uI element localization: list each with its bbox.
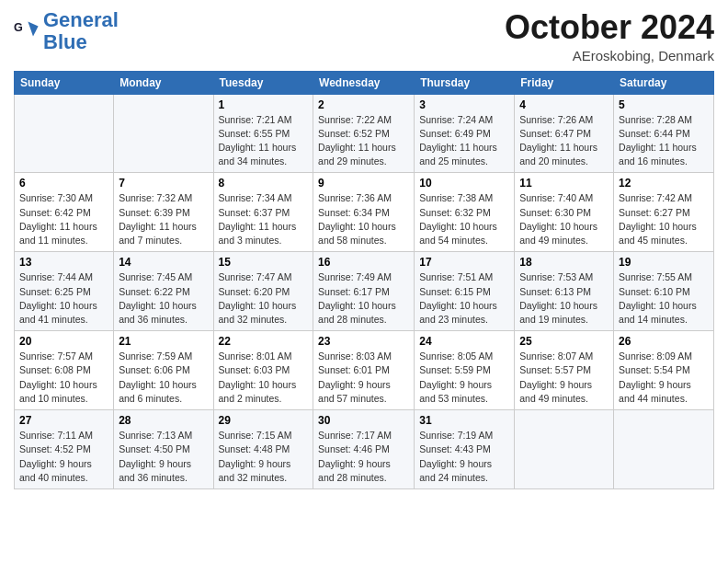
day-cell	[15, 94, 114, 173]
day-info: Sunrise: 7:45 AMSunset: 6:22 PMDaylight:…	[119, 270, 208, 327]
day-info: Sunrise: 7:55 AMSunset: 6:10 PMDaylight:…	[619, 270, 709, 327]
col-header-monday: Monday	[114, 71, 213, 94]
svg-text:G: G	[14, 21, 23, 34]
day-number: 21	[119, 335, 208, 348]
day-number: 25	[519, 335, 609, 348]
day-info: Sunrise: 7:26 AMSunset: 6:47 PMDaylight:…	[519, 113, 609, 169]
day-cell: 8Sunrise: 7:34 AMSunset: 6:37 PMDaylight…	[213, 173, 313, 252]
day-number: 1	[219, 98, 309, 111]
day-number: 31	[419, 414, 509, 427]
day-number: 24	[419, 335, 509, 348]
col-header-tuesday: Tuesday	[213, 71, 313, 94]
day-cell: 18Sunrise: 7:53 AMSunset: 6:13 PMDayligh…	[515, 252, 614, 331]
day-info: Sunrise: 8:03 AMSunset: 6:01 PMDaylight:…	[318, 350, 409, 406]
day-number: 18	[519, 256, 609, 269]
day-info: Sunrise: 7:15 AMSunset: 4:48 PMDaylight:…	[219, 429, 309, 485]
day-cell: 23Sunrise: 8:03 AMSunset: 6:01 PMDayligh…	[313, 331, 415, 410]
day-info: Sunrise: 7:19 AMSunset: 4:43 PMDaylight:…	[419, 429, 509, 485]
day-cell: 22Sunrise: 8:01 AMSunset: 6:03 PMDayligh…	[213, 331, 313, 410]
day-number: 13	[19, 256, 108, 269]
logo-icon: G	[14, 18, 40, 44]
week-row-4: 20Sunrise: 7:57 AMSunset: 6:08 PMDayligh…	[15, 331, 714, 410]
day-number: 23	[318, 335, 409, 348]
day-cell	[114, 94, 213, 173]
page-header: G General Blue October 2024 AEroskobing,…	[14, 9, 714, 63]
day-number: 17	[419, 256, 509, 269]
day-info: Sunrise: 7:17 AMSunset: 4:46 PMDaylight:…	[318, 429, 409, 485]
col-header-wednesday: Wednesday	[313, 71, 415, 94]
day-cell: 29Sunrise: 7:15 AMSunset: 4:48 PMDayligh…	[213, 410, 313, 489]
day-info: Sunrise: 8:05 AMSunset: 5:59 PMDaylight:…	[419, 350, 509, 406]
day-number: 3	[419, 98, 509, 111]
day-cell: 14Sunrise: 7:45 AMSunset: 6:22 PMDayligh…	[114, 252, 213, 331]
logo: G General Blue	[14, 9, 119, 53]
day-cell: 3Sunrise: 7:24 AMSunset: 6:49 PMDaylight…	[415, 94, 515, 173]
day-cell: 9Sunrise: 7:36 AMSunset: 6:34 PMDaylight…	[313, 173, 415, 252]
day-cell: 11Sunrise: 7:40 AMSunset: 6:30 PMDayligh…	[515, 173, 614, 252]
day-number: 5	[619, 98, 709, 111]
day-info: Sunrise: 7:42 AMSunset: 6:27 PMDaylight:…	[619, 191, 709, 247]
day-cell: 25Sunrise: 8:07 AMSunset: 5:57 PMDayligh…	[515, 331, 614, 410]
day-cell: 5Sunrise: 7:28 AMSunset: 6:44 PMDaylight…	[614, 94, 714, 173]
day-number: 8	[219, 177, 309, 190]
day-cell: 17Sunrise: 7:51 AMSunset: 6:15 PMDayligh…	[415, 252, 515, 331]
day-number: 26	[619, 335, 709, 348]
day-cell: 4Sunrise: 7:26 AMSunset: 6:47 PMDaylight…	[515, 94, 614, 173]
day-info: Sunrise: 7:22 AMSunset: 6:52 PMDaylight:…	[318, 113, 409, 169]
day-cell: 6Sunrise: 7:30 AMSunset: 6:42 PMDaylight…	[15, 173, 114, 252]
day-number: 10	[419, 177, 509, 190]
day-number: 29	[219, 414, 309, 427]
month-title: October 2024	[505, 9, 714, 46]
day-cell: 27Sunrise: 7:11 AMSunset: 4:52 PMDayligh…	[15, 410, 114, 489]
day-cell: 26Sunrise: 8:09 AMSunset: 5:54 PMDayligh…	[614, 331, 714, 410]
day-cell	[614, 410, 714, 489]
day-number: 16	[318, 256, 409, 269]
day-info: Sunrise: 7:21 AMSunset: 6:55 PMDaylight:…	[219, 113, 309, 169]
week-row-1: 1Sunrise: 7:21 AMSunset: 6:55 PMDaylight…	[15, 94, 714, 173]
day-info: Sunrise: 7:38 AMSunset: 6:32 PMDaylight:…	[419, 191, 509, 247]
logo-general: General	[43, 8, 119, 31]
day-number: 20	[19, 335, 108, 348]
day-cell: 1Sunrise: 7:21 AMSunset: 6:55 PMDaylight…	[213, 94, 313, 173]
day-info: Sunrise: 7:47 AMSunset: 6:20 PMDaylight:…	[219, 270, 309, 327]
title-block: October 2024 AEroskobing, Denmark	[505, 9, 714, 63]
day-info: Sunrise: 8:09 AMSunset: 5:54 PMDaylight:…	[619, 350, 709, 406]
day-info: Sunrise: 7:13 AMSunset: 4:50 PMDaylight:…	[119, 429, 208, 485]
day-number: 15	[219, 256, 309, 269]
day-number: 28	[119, 414, 208, 427]
day-cell: 24Sunrise: 8:05 AMSunset: 5:59 PMDayligh…	[415, 331, 515, 410]
logo-blue: Blue	[43, 30, 87, 53]
day-cell: 13Sunrise: 7:44 AMSunset: 6:25 PMDayligh…	[15, 252, 114, 331]
day-info: Sunrise: 7:44 AMSunset: 6:25 PMDaylight:…	[19, 270, 108, 327]
day-cell: 30Sunrise: 7:17 AMSunset: 4:46 PMDayligh…	[313, 410, 415, 489]
day-number: 7	[119, 177, 208, 190]
day-cell	[515, 410, 614, 489]
day-info: Sunrise: 7:36 AMSunset: 6:34 PMDaylight:…	[318, 191, 409, 247]
col-header-saturday: Saturday	[614, 71, 714, 94]
day-cell: 16Sunrise: 7:49 AMSunset: 6:17 PMDayligh…	[313, 252, 415, 331]
day-number: 30	[318, 414, 409, 427]
col-header-thursday: Thursday	[415, 71, 515, 94]
day-info: Sunrise: 7:34 AMSunset: 6:37 PMDaylight:…	[219, 191, 309, 247]
week-row-2: 6Sunrise: 7:30 AMSunset: 6:42 PMDaylight…	[15, 173, 714, 252]
day-cell: 21Sunrise: 7:59 AMSunset: 6:06 PMDayligh…	[114, 331, 213, 410]
day-number: 4	[519, 98, 609, 111]
day-info: Sunrise: 7:53 AMSunset: 6:13 PMDaylight:…	[519, 270, 609, 327]
day-cell: 12Sunrise: 7:42 AMSunset: 6:27 PMDayligh…	[614, 173, 714, 252]
day-info: Sunrise: 7:40 AMSunset: 6:30 PMDaylight:…	[519, 191, 609, 247]
day-info: Sunrise: 7:11 AMSunset: 4:52 PMDaylight:…	[19, 429, 108, 485]
day-info: Sunrise: 7:49 AMSunset: 6:17 PMDaylight:…	[318, 270, 409, 327]
calendar-table: SundayMondayTuesdayWednesdayThursdayFrid…	[14, 71, 714, 489]
svg-marker-1	[28, 22, 38, 37]
day-number: 19	[619, 256, 709, 269]
day-cell: 19Sunrise: 7:55 AMSunset: 6:10 PMDayligh…	[614, 252, 714, 331]
day-cell: 10Sunrise: 7:38 AMSunset: 6:32 PMDayligh…	[415, 173, 515, 252]
day-number: 14	[119, 256, 208, 269]
day-info: Sunrise: 8:01 AMSunset: 6:03 PMDaylight:…	[219, 350, 309, 406]
header-row: SundayMondayTuesdayWednesdayThursdayFrid…	[15, 71, 714, 94]
day-number: 9	[318, 177, 409, 190]
day-info: Sunrise: 7:28 AMSunset: 6:44 PMDaylight:…	[619, 113, 709, 169]
logo-text: General Blue	[43, 9, 119, 53]
location: AEroskobing, Denmark	[505, 48, 714, 63]
week-row-3: 13Sunrise: 7:44 AMSunset: 6:25 PMDayligh…	[15, 252, 714, 331]
